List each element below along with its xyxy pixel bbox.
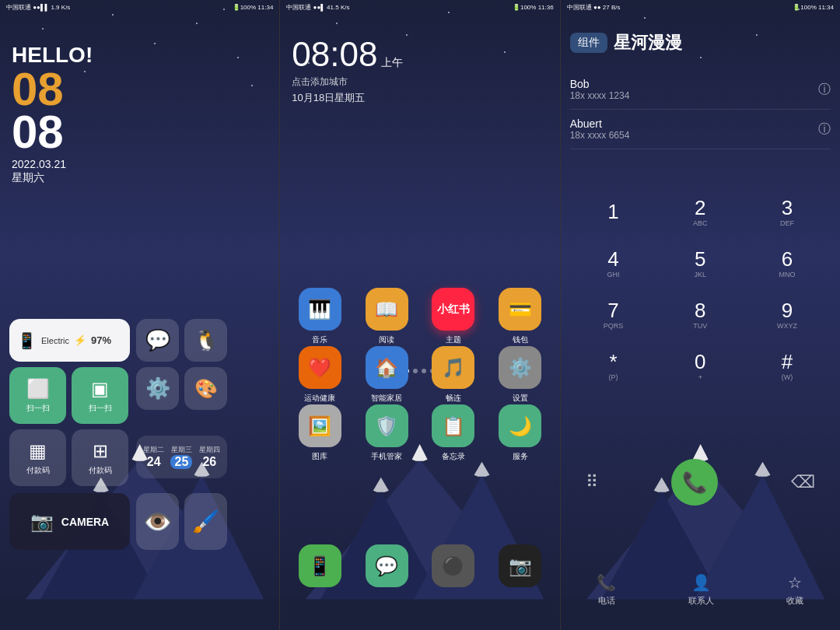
widget-title: 星河漫漫 (614, 31, 682, 54)
dial-5[interactable]: 5 JKL (656, 238, 744, 289)
apps-row1: 🎹 音乐 📖 阅读 小红书 主题 💳 钱包 (289, 288, 550, 345)
dial-6[interactable]: 6 MNO (744, 238, 831, 289)
qr2-widget[interactable]: ⊞ 付款码 (72, 429, 128, 486)
scan1-widget[interactable]: ⬜ 扫一扫 (9, 367, 66, 424)
dialpad-grid-icon[interactable]: ⠿ (586, 472, 598, 492)
service-app-icon[interactable]: 🌙 (499, 404, 541, 447)
carrier-p2: 中国联通 ●●▌ 41.5 K/s (286, 3, 349, 12)
wechat-icon: 💬 (145, 328, 170, 352)
connect-app-icon[interactable]: 🎵 (432, 346, 474, 389)
dial-1[interactable]: 1 (570, 187, 657, 238)
nav-phone[interactable]: 📞 电话 (597, 573, 616, 607)
contact-bob-num: 18x xxxx 1234 (570, 90, 630, 101)
app-service[interactable]: 🌙 服务 (490, 404, 551, 462)
dial-2[interactable]: 2 ABC (656, 187, 744, 238)
app-gallery[interactable]: 🖼️ 图库 (289, 404, 350, 462)
dial-num-0: 0 (695, 352, 705, 372)
status-bar-p2: 中国联通 ●●▌ 41.5 K/s 🔋100% 11:36 (280, 0, 559, 15)
app-health[interactable]: ❤️ 运动健康 (289, 346, 350, 404)
music-app-icon[interactable]: 🎹 (299, 288, 341, 331)
delete-icon[interactable]: ⌫ (791, 472, 815, 492)
panel-dialer: 中国联通 ●● 27 B/s 🔋100% 11:34 组件 星河漫漫 Bob 1… (560, 0, 840, 630)
app-wallet[interactable]: 💳 钱包 (490, 288, 551, 345)
manager-app-label: 手机管家 (371, 451, 402, 462)
notes-app-icon[interactable]: 📋 (432, 404, 474, 447)
dial-num-hash: # (782, 352, 793, 372)
service-app-label: 服务 (513, 451, 528, 462)
dock-phone[interactable]: 📱 (289, 544, 350, 587)
xiaohongshu-icon[interactable]: 小红书 (432, 288, 474, 331)
settings-app-icon[interactable]: ⚙️ (499, 346, 541, 389)
qr1-widget[interactable]: ▦ 付款码 (9, 429, 66, 486)
nav-favorites-icon: ☆ (788, 573, 802, 592)
dial-hash[interactable]: # (W) (744, 341, 831, 392)
call-button[interactable]: 📞 (671, 459, 718, 506)
smarthome-app-icon[interactable]: 🏠 (366, 346, 408, 389)
dial-9[interactable]: 9 WXYZ (744, 289, 831, 341)
panel-home-screen: 中国联通 ●●▌▌ 1.9 K/s 🔋100% 11:34 HELLO! 08 … (0, 0, 279, 630)
phone-dock-icon[interactable]: 📱 (299, 544, 341, 587)
paint-widget[interactable]: 🎨 (184, 367, 227, 410)
dial-4[interactable]: 4 GHI (570, 238, 657, 289)
manager-app-icon[interactable]: 🛡️ (366, 404, 408, 447)
battery-percent: 97% (91, 334, 111, 346)
dial-7[interactable]: 7 PQRS (570, 289, 657, 341)
dial-num-4: 4 (607, 249, 618, 269)
dock-msg[interactable]: 💬 (356, 544, 417, 587)
dial-sub-hash: (W) (782, 373, 793, 381)
nav-contacts-icon: 👤 (691, 573, 711, 592)
svg-rect-13 (280, 599, 559, 630)
wechat-widget[interactable]: 💬 (136, 319, 179, 362)
health-app-icon[interactable]: ❤️ (299, 346, 341, 389)
app-connect[interactable]: 🎵 畅连 (423, 346, 484, 404)
add-city-label[interactable]: 点击添加城市 (292, 75, 403, 89)
camera-widget[interactable]: 📷 CAMERA (9, 493, 130, 550)
read-app-icon[interactable]: 📖 (366, 288, 408, 331)
brush-widget[interactable]: 🖌️ (184, 493, 227, 550)
contact-bob-info-btn[interactable]: ⓘ (818, 82, 831, 98)
battery-widget: 📱 Electric ⚡ 97% (9, 319, 130, 362)
scan2-widget[interactable]: ▣ 扫一扫 (72, 367, 128, 424)
scan1-icon: ⬜ (26, 378, 50, 400)
scan2-label: 扫一扫 (89, 403, 112, 414)
dock-cam2[interactable]: 📷 (490, 544, 551, 587)
dock-cam1[interactable]: ⚫ (423, 544, 484, 587)
youku-widget[interactable]: 👁️ (136, 493, 179, 550)
dial-star[interactable]: * (P) (570, 341, 657, 392)
svg-marker-11 (373, 477, 389, 492)
settings-widget-p1[interactable]: ⚙️ (136, 367, 179, 410)
svg-marker-12 (474, 461, 490, 476)
dial-8[interactable]: 8 TUV (656, 289, 744, 341)
wallet-app-icon[interactable]: 💳 (499, 288, 541, 331)
contact-abuert[interactable]: Abuert 18x xxxx 6654 ⓘ (570, 110, 831, 149)
nav-favorites[interactable]: ☆ 收藏 (786, 573, 803, 607)
dial-num-7: 7 (607, 300, 618, 320)
nav-contacts[interactable]: 👤 联系人 (688, 573, 714, 607)
contact-abuert-info-btn[interactable]: ⓘ (818, 121, 831, 138)
app-music[interactable]: 🎹 音乐 (289, 288, 350, 345)
date-display: 2022.03.21 (12, 158, 66, 170)
status-icons-p3: 🔋100% 11:34 (793, 4, 834, 11)
brush-icon: 🖌️ (192, 509, 219, 534)
app-manager[interactable]: 🛡️ 手机管家 (356, 404, 417, 462)
contact-bob-info: Bob 18x xxxx 1234 (570, 78, 630, 101)
app-settings[interactable]: ⚙️ 设置 (490, 346, 551, 404)
msg-dock-icon[interactable]: 💬 (366, 544, 408, 587)
app-theme[interactable]: 小红书 主题 (423, 288, 484, 345)
app-notes[interactable]: 📋 备忘录 (423, 404, 484, 462)
dial-sub-7: PQRS (604, 322, 624, 330)
cam1-dock-icon[interactable]: ⚫ (432, 544, 474, 587)
dial-num-9: 9 (782, 300, 793, 320)
app-smarthome[interactable]: 🏠 智能家居 (356, 346, 417, 404)
app-read[interactable]: 📖 阅读 (356, 288, 417, 345)
gallery-app-icon[interactable]: 🖼️ (299, 404, 341, 447)
dial-3[interactable]: 3 DEF (744, 187, 831, 238)
cam2-dock-icon[interactable]: 📷 (499, 544, 541, 587)
dial-sub-8: TUV (693, 322, 707, 330)
dial-0[interactable]: 0 + (656, 341, 744, 392)
contact-bob[interactable]: Bob 18x xxxx 1234 ⓘ (570, 70, 831, 110)
nav-contacts-label: 联系人 (688, 595, 714, 607)
dock-row: 📱 💬 ⚫ 📷 (289, 544, 550, 587)
qq-widget[interactable]: 🐧 (184, 319, 227, 362)
dial-num-1: 1 (607, 201, 618, 222)
